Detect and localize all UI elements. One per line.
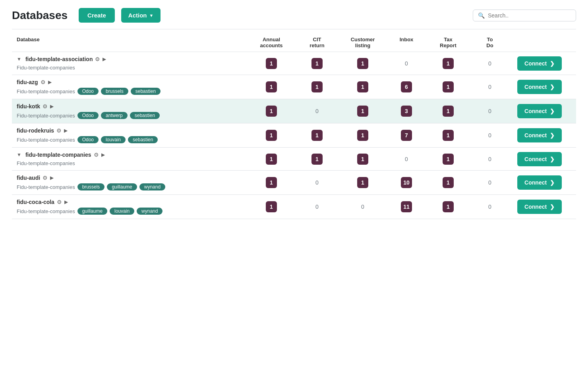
db-template-label: Fidu-template-companies: [17, 208, 75, 214]
db-name: fidu-template-companies: [25, 152, 91, 158]
db-info: fidu-rodekruis ⚙ ▶ Fidu-template-compani…: [17, 127, 246, 143]
caret-icon: ▼: [149, 13, 153, 18]
annual-accounts-cell: 1: [246, 58, 297, 69]
db-template-label: Fidu-template-companies: [17, 184, 75, 190]
table-header: Database Annualaccounts CITreturn Custom…: [12, 33, 576, 52]
db-name: fidu-kotk: [17, 103, 40, 110]
tax-report-cell: 1: [424, 201, 472, 212]
db-info: ▼ fidu-template-association ⚙ ▶ Fidu-tem…: [17, 56, 246, 71]
todo-cell: 0: [472, 60, 508, 67]
db-name: fidu-template-association: [25, 56, 93, 62]
db-template-label: Fidu-template-companies: [17, 88, 75, 94]
gear-icon[interactable]: ⚙: [56, 127, 62, 134]
annual-accounts-cell: 1: [246, 201, 297, 212]
col-header-customer: Customerlisting: [337, 37, 389, 48]
annual-accounts-cell: 1: [246, 154, 297, 165]
tag-sebastien: sebastien: [128, 136, 158, 143]
inbox-cell: 11: [389, 201, 424, 212]
tag-louvain: louvain: [101, 136, 126, 143]
connect-button[interactable]: Connect ❯: [517, 56, 562, 71]
search-container: 🔍: [473, 10, 576, 21]
col-header-cit: CITreturn: [297, 37, 337, 48]
gear-icon[interactable]: ⚙: [57, 199, 62, 205]
cit-return-cell: 1: [297, 130, 337, 141]
db-template-label: Fidu-template-companies: [17, 113, 75, 119]
connect-cell: Connect ❯: [508, 152, 571, 166]
table-row: ▼ fidu-template-association ⚙ ▶ Fidu-tem…: [12, 52, 576, 75]
tag-odoo: Odoo: [77, 136, 99, 143]
annual-accounts-cell: 1: [246, 106, 297, 117]
annual-accounts-cell: 1: [246, 81, 297, 92]
todo-cell: 0: [472, 156, 508, 162]
db-info: fidu-audi ⚙ ▶ Fidu-template-companies br…: [17, 175, 246, 190]
customer-listing-cell: 1: [337, 154, 389, 165]
col-header-todo: ToDo: [472, 37, 508, 48]
tag-sebastien: sebastien: [130, 112, 160, 119]
cit-return-cell: 1: [297, 154, 337, 165]
tag-wynand: wynand: [137, 208, 162, 215]
expand-icon[interactable]: ▼: [17, 152, 21, 158]
arrow-right-icon[interactable]: ▶: [101, 152, 105, 158]
cit-return-cell: 0: [297, 204, 337, 210]
tag-odoo: Odoo: [77, 88, 99, 95]
row-group: fidu-kotk ⚙ ▶ Fidu-template-companies Od…: [12, 99, 576, 123]
tax-report-cell: 1: [424, 177, 472, 188]
create-button[interactable]: Create: [79, 8, 115, 23]
connect-cell: Connect ❯: [508, 56, 571, 71]
arrow-right-icon[interactable]: ▶: [103, 56, 106, 62]
gear-icon[interactable]: ⚙: [43, 103, 48, 110]
gear-icon[interactable]: ⚙: [43, 175, 48, 181]
row-group: fidu-azg ⚙ ▶ Fidu-template-companies Odo…: [12, 75, 576, 99]
gear-icon[interactable]: ⚙: [41, 79, 46, 85]
tag-guillaume: guillaume: [77, 208, 107, 215]
db-template-label: Fidu-template-companies: [17, 137, 75, 143]
cit-return-cell: 1: [297, 81, 337, 92]
connect-button[interactable]: Connect ❯: [517, 80, 562, 94]
tag-brussels: brussels: [101, 88, 128, 95]
db-name: fidu-audi: [17, 175, 40, 181]
row-group: ▼ fidu-template-companies ⚙ ▶ Fidu-templ…: [12, 148, 576, 171]
db-info: fidu-kotk ⚙ ▶ Fidu-template-companies Od…: [17, 103, 246, 119]
todo-cell: 0: [472, 179, 508, 186]
arrow-right-icon[interactable]: ▶: [50, 104, 54, 109]
inbox-cell: 6: [389, 81, 424, 92]
inbox-cell: 0: [389, 156, 424, 162]
table-row: fidu-kotk ⚙ ▶ Fidu-template-companies Od…: [12, 99, 576, 123]
action-button[interactable]: Action ▼: [121, 8, 161, 23]
db-name: fidu-coca-cola: [17, 199, 54, 205]
db-name: fidu-rodekruis: [17, 127, 54, 134]
customer-listing-cell: 1: [337, 130, 389, 141]
tag-wynand: wynand: [139, 183, 165, 190]
expand-icon[interactable]: ▼: [17, 56, 21, 62]
tag-louvain: louvain: [110, 208, 134, 215]
connect-button[interactable]: Connect ❯: [517, 152, 562, 166]
tag-odoo: Odoo: [77, 112, 99, 119]
connect-cell: Connect ❯: [508, 104, 571, 118]
col-header-annual: Annualaccounts: [246, 37, 297, 48]
arrow-right-icon[interactable]: ▶: [50, 175, 54, 181]
arrow-right-icon[interactable]: ▶: [64, 199, 68, 205]
header: Databases Create Action ▼ 🔍: [12, 8, 576, 29]
connect-button[interactable]: Connect ❯: [517, 175, 562, 190]
gear-icon[interactable]: ⚙: [94, 152, 99, 158]
inbox-cell: 7: [389, 130, 424, 141]
tax-report-cell: 1: [424, 58, 472, 69]
table-row: ▼ fidu-template-companies ⚙ ▶ Fidu-templ…: [12, 148, 576, 170]
table-container: Database Annualaccounts CITreturn Custom…: [12, 33, 576, 219]
gear-icon[interactable]: ⚙: [95, 56, 100, 62]
todo-cell: 0: [472, 84, 508, 90]
connect-button[interactable]: Connect ❯: [517, 104, 562, 118]
inbox-cell: 0: [389, 60, 424, 67]
connect-button[interactable]: Connect ❯: [517, 200, 562, 214]
table-row: fidu-rodekruis ⚙ ▶ Fidu-template-compani…: [12, 123, 576, 147]
search-icon: 🔍: [478, 12, 485, 19]
todo-cell: 0: [472, 132, 508, 138]
todo-cell: 0: [472, 204, 508, 210]
arrow-right-icon[interactable]: ▶: [64, 128, 68, 133]
tax-report-cell: 1: [424, 106, 472, 117]
search-input[interactable]: [488, 12, 571, 19]
db-name: fidu-azg: [17, 79, 38, 85]
arrow-right-icon[interactable]: ▶: [48, 79, 52, 85]
connect-button[interactable]: Connect ❯: [517, 128, 562, 142]
col-header-tax: TaxReport: [424, 37, 472, 48]
